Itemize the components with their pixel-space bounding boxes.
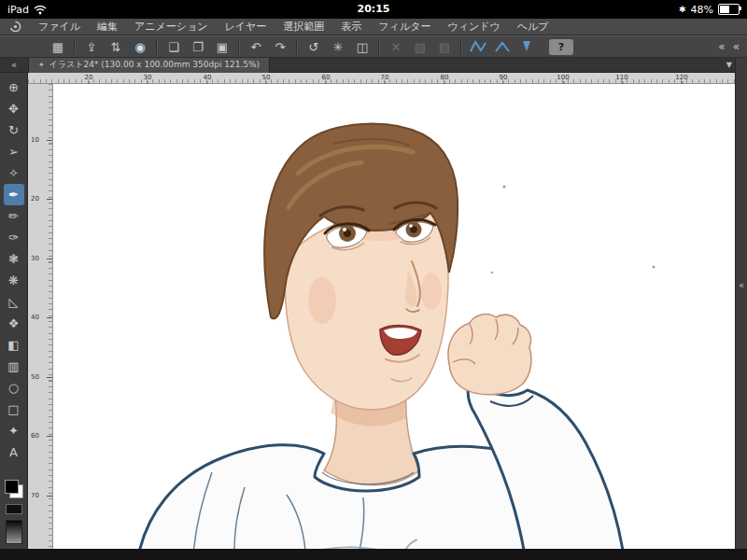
command-toolbar: ▦ ⇪ ⇅ ◉ ❏ ❐ ▣ ↶ ↷ ↺ ✳ ◫ ✕ ▨ ▤ ? « « <box>0 35 747 58</box>
snap-icon[interactable]: ✳ <box>327 37 349 56</box>
character-illustration <box>137 124 655 549</box>
collapse-toolbar-icon[interactable]: « <box>0 60 28 70</box>
ruler-label: 50 <box>31 373 39 381</box>
open-file-icon[interactable]: ❐ <box>187 37 209 56</box>
ruler-label: 100 <box>557 74 569 81</box>
toolbar-separator <box>460 40 462 54</box>
canvas-size-icon[interactable]: ⇅ <box>105 37 127 56</box>
redo-icon[interactable]: ↷ <box>269 37 291 56</box>
ruler-label: 40 <box>31 314 39 321</box>
document-tab[interactable]: ✦ イラスト24* (130.00 x 100.00mm 350dpi 121.… <box>28 58 270 73</box>
tool-text[interactable]: A <box>4 441 24 463</box>
tool-blend[interactable]: ❖ <box>4 313 24 334</box>
export-icon[interactable]: ⇪ <box>80 37 103 56</box>
menu-window[interactable]: ウィンドウ <box>447 20 500 34</box>
ruler-label: 50 <box>262 74 271 81</box>
clock: 20:15 <box>357 0 389 19</box>
ruler-label: 30 <box>31 255 39 262</box>
flip-view-icon[interactable]: ◫ <box>351 37 374 56</box>
clip-studio-logo-icon[interactable] <box>9 21 21 33</box>
bluetooth-icon: ✱ <box>679 5 686 14</box>
grid-icon: ▨ <box>409 37 431 56</box>
tool-gradient[interactable]: ▥ <box>4 356 24 377</box>
color-gradient-bar[interactable] <box>6 520 22 544</box>
tool-hand[interactable]: ✥ <box>4 98 24 119</box>
ruler-label: 80 <box>441 74 449 81</box>
ruler-label: 70 <box>381 74 389 81</box>
ruler-label: 30 <box>144 74 152 81</box>
ruler-label: 60 <box>31 432 39 440</box>
ruler-label: 20 <box>31 195 39 203</box>
expand-right-palette-icon[interactable]: « <box>739 280 744 290</box>
foreground-color-swatch[interactable] <box>5 480 19 494</box>
tool-palette: ⊕ ✥ ↻ ➢ ✧ ✒ ✏ ✑ ❃ ❋ ◺ ❖ ◧ ▥ ○ □ ✦ A <box>0 73 28 549</box>
undo-icon[interactable]: ↶ <box>245 37 267 56</box>
menu-selection[interactable]: 選択範囲 <box>283 20 324 34</box>
workspace-icon[interactable]: ▦ <box>47 37 69 56</box>
menu-bar: ファイル 編集 アニメーション レイヤー 選択範囲 表示 フィルター ウィンドウ… <box>0 19 747 35</box>
tool-rotate[interactable]: ↻ <box>4 119 24 141</box>
ruler-label: 10 <box>31 136 39 144</box>
tool-brush[interactable]: ✑ <box>4 227 24 248</box>
bottom-bar <box>0 549 747 560</box>
menu-file[interactable]: ファイル <box>38 20 80 34</box>
battery-percent: 48% <box>691 4 713 16</box>
ruler-label: 40 <box>204 74 212 81</box>
help-button[interactable]: ? <box>549 39 573 55</box>
tool-selection[interactable]: □ <box>4 399 24 420</box>
tool-decoration[interactable]: ❋ <box>4 270 24 291</box>
new-file-icon[interactable]: ❏ <box>162 37 185 56</box>
vertical-ruler: 10 20 30 40 50 60 70 <box>28 84 53 549</box>
document-title: イラスト24* (130.00 x 100.00mm 350dpi 121.5%… <box>49 59 260 71</box>
collapse-palettes-icon[interactable]: « <box>718 40 725 53</box>
wifi-icon <box>34 5 47 15</box>
right-palette-strip: « <box>735 58 747 549</box>
ios-status-bar: iPad 20:15 ✱ 48% <box>0 0 747 19</box>
tool-figure[interactable]: ○ <box>4 377 24 399</box>
pressure-tool-icon[interactable] <box>515 37 538 56</box>
toolbar-separator <box>238 40 240 54</box>
tab-list-dropdown-icon[interactable]: ▼ <box>726 61 732 69</box>
ruler-label: 60 <box>322 74 331 81</box>
menu-filter[interactable]: フィルター <box>378 20 430 34</box>
toolbar-separator <box>74 40 76 54</box>
horizontal-ruler: 20 30 40 50 60 70 80 90 100 110 120 <box>28 73 736 84</box>
tool-pencil[interactable]: ✏ <box>4 205 24 227</box>
document-tab-bar: « ✦ イラスト24* (130.00 x 100.00mm 350dpi 12… <box>0 58 747 73</box>
tool-auto-select[interactable]: ✦ <box>4 420 24 441</box>
ruler-label: 120 <box>675 74 687 81</box>
menu-view[interactable]: 表示 <box>341 20 361 34</box>
menu-animation[interactable]: アニメーション <box>134 20 208 34</box>
color-swatches[interactable] <box>5 480 23 498</box>
toolbar-separator <box>296 40 298 54</box>
device-label: iPad <box>7 4 29 16</box>
material-icon: ▤ <box>433 37 456 56</box>
document-tab-icon: ✦ <box>38 61 45 69</box>
canvas-viewport[interactable] <box>53 84 736 549</box>
ruler-label: 70 <box>31 492 39 499</box>
ruler-label: 110 <box>615 74 627 81</box>
canvas-artwork[interactable] <box>53 84 736 549</box>
tool-fill[interactable]: ◧ <box>4 334 24 356</box>
reset-view-icon[interactable]: ↺ <box>303 37 325 56</box>
toolbar-separator <box>378 40 380 54</box>
ruler-label: 20 <box>85 74 93 81</box>
tool-operation[interactable]: ➢ <box>4 141 24 162</box>
line-tool-angle-icon[interactable] <box>491 37 514 56</box>
tool-eyedropper[interactable]: ✧ <box>4 162 24 184</box>
line-tool-polyline-icon[interactable] <box>467 37 489 56</box>
menu-layer[interactable]: レイヤー <box>225 20 267 34</box>
menu-edit[interactable]: 編集 <box>97 20 118 34</box>
collapse-palettes-icon[interactable]: « <box>733 40 740 53</box>
battery-icon <box>718 4 740 15</box>
toolbar-separator <box>156 40 158 54</box>
save-file-icon[interactable]: ▣ <box>211 37 233 56</box>
tool-pen[interactable]: ✒ <box>4 184 24 205</box>
deselect-icon: ✕ <box>385 37 407 56</box>
tool-eraser[interactable]: ◺ <box>4 291 24 313</box>
clip-studio-home-icon[interactable]: ◉ <box>129 37 151 56</box>
transparent-color-swatch[interactable] <box>6 504 22 514</box>
menu-help[interactable]: ヘルプ <box>517 20 549 34</box>
tool-zoom[interactable]: ⊕ <box>4 77 24 98</box>
tool-airbrush[interactable]: ❃ <box>4 248 24 270</box>
